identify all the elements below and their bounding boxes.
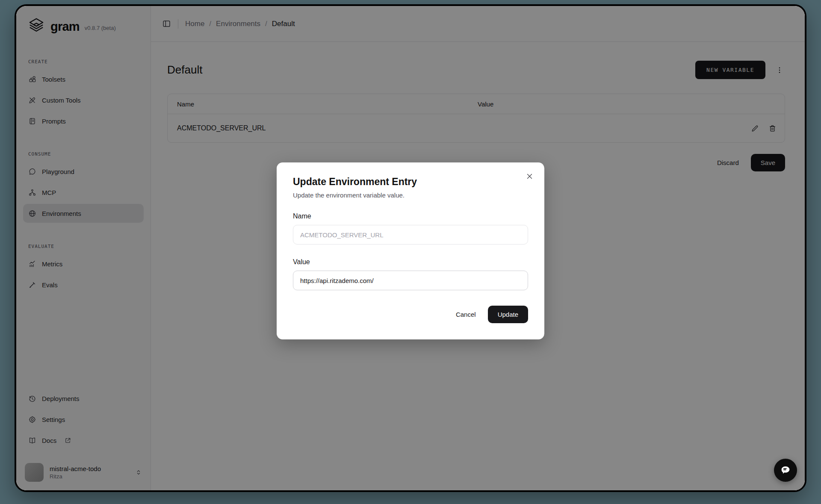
dialog-actions: Cancel Update <box>293 306 528 323</box>
update-button[interactable]: Update <box>488 306 528 323</box>
app-window: gram v0.8.7 (beta) CREATE Toolsets <box>15 4 806 492</box>
value-field[interactable] <box>293 271 528 290</box>
name-field-label: Name <box>293 212 528 220</box>
close-icon[interactable] <box>524 171 535 182</box>
name-field[interactable] <box>293 225 528 245</box>
value-field-label: Value <box>293 258 528 266</box>
dialog-title: Update Environment Entry <box>293 176 528 188</box>
cancel-button[interactable]: Cancel <box>456 311 476 318</box>
dialog-subtitle: Update the environment variable value. <box>293 192 528 199</box>
update-environment-entry-dialog: Update Environment Entry Update the envi… <box>277 162 544 339</box>
chat-bubble-icon <box>780 464 791 476</box>
chat-support-button[interactable] <box>774 459 797 482</box>
